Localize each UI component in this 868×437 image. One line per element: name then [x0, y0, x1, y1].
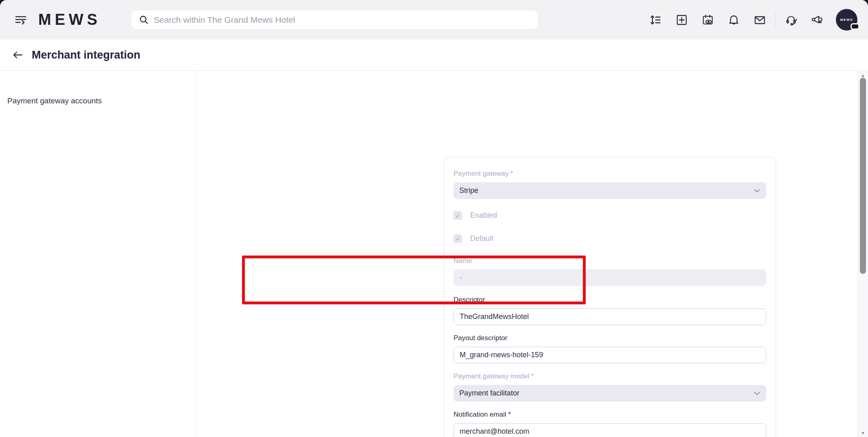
enabled-checkbox-row: ✓ Enabled — [454, 211, 766, 220]
notification-email-label: Notification email * — [454, 411, 766, 419]
check-icon: ✓ — [456, 236, 460, 242]
name-input — [454, 269, 766, 286]
back-arrow-icon — [12, 50, 24, 60]
activity-log-icon — [650, 14, 662, 26]
payment-gateway-label: Payment gateway * — [454, 170, 766, 178]
enabled-label: Enabled — [470, 211, 497, 220]
descriptor-label: Descriptor — [454, 296, 766, 304]
add-button[interactable] — [669, 8, 695, 32]
support-button[interactable] — [778, 8, 804, 32]
payment-gateway-model-select[interactable]: Payment facilitator — [454, 385, 766, 402]
window-corner-left — [0, 0, 7, 7]
window-corner-right — [861, 0, 868, 7]
account-avatar[interactable]: MEWS — [836, 9, 857, 31]
search-icon — [139, 15, 149, 25]
menu-expand-button[interactable] — [14, 14, 28, 26]
avatar-badge — [851, 23, 859, 30]
payment-gateway-value: Stripe — [459, 186, 753, 195]
add-square-icon — [676, 14, 688, 26]
payout-descriptor-label: Payout descriptor — [454, 334, 766, 342]
default-label: Default — [470, 234, 493, 243]
support-headset-icon — [785, 14, 797, 26]
back-button[interactable] — [10, 47, 26, 63]
scrollbar-thumb[interactable] — [860, 78, 866, 274]
topbar-divider — [775, 12, 776, 28]
announcements-button[interactable] — [804, 8, 830, 32]
availability-calendar-icon — [702, 14, 714, 26]
top-bar: MEWS — [0, 0, 868, 39]
name-label: Name — [454, 257, 766, 265]
announcements-megaphone-icon — [811, 14, 824, 26]
scrollbar[interactable]: ▲ ▼ — [857, 71, 868, 437]
chevron-down-icon — [753, 188, 761, 193]
notification-email-input[interactable] — [454, 423, 766, 437]
payment-gateway-model-label: Payment gateway model * — [454, 372, 766, 380]
mews-logo: MEWS — [38, 11, 101, 28]
availability-button[interactable] — [695, 8, 721, 32]
title-bar: Merchant integration — [0, 39, 868, 71]
activity-log-button[interactable] — [643, 8, 669, 32]
chevron-down-icon — [753, 391, 761, 396]
search-input[interactable] — [154, 15, 530, 25]
settings-sidebar: Payment gateway accounts — [0, 71, 196, 437]
messages-mail-icon — [754, 14, 766, 26]
default-checkbox[interactable]: ✓ — [454, 234, 462, 243]
topbar-icons: MEWS — [643, 0, 857, 39]
notifications-bell-icon — [728, 14, 740, 26]
check-icon: ✓ — [456, 212, 460, 219]
main-content: Payment gateway * Stripe ✓ Enabled ✓ Def… — [196, 71, 857, 437]
default-checkbox-row: ✓ Default — [454, 234, 766, 243]
scroll-down-arrow[interactable]: ▼ — [858, 429, 868, 437]
notifications-button[interactable] — [721, 8, 747, 32]
payment-gateway-model-value: Payment facilitator — [459, 389, 753, 398]
payout-descriptor-input[interactable] — [454, 347, 766, 363]
messages-button[interactable] — [747, 8, 773, 32]
enabled-checkbox[interactable]: ✓ — [454, 211, 462, 220]
descriptor-input[interactable] — [454, 308, 766, 325]
merchant-form-card: Payment gateway * Stripe ✓ Enabled ✓ Def… — [444, 157, 776, 437]
page-title: Merchant integration — [32, 49, 140, 61]
global-search[interactable] — [131, 10, 538, 30]
payment-gateway-select[interactable]: Stripe — [454, 182, 766, 199]
hamburger-icon — [14, 14, 27, 26]
sidebar-item-payment-gateway-accounts[interactable]: Payment gateway accounts — [0, 71, 195, 105]
